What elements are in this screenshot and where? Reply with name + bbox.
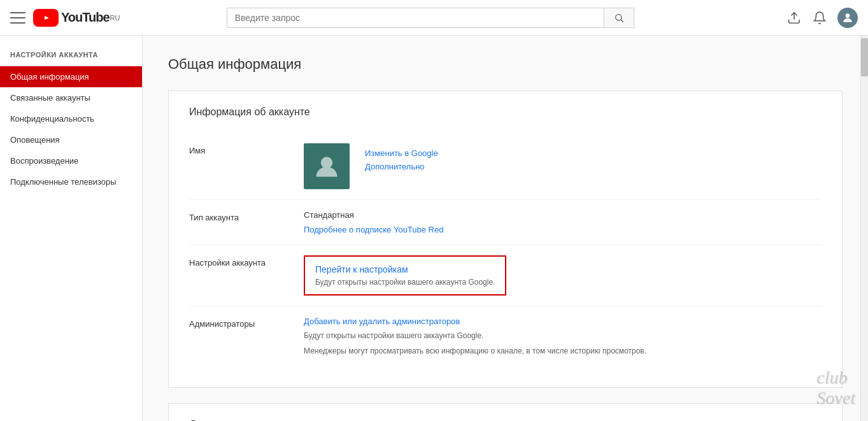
additional-link[interactable]: Дополнительно (365, 162, 438, 171)
header-right (786, 8, 858, 28)
svg-line-3 (621, 20, 623, 22)
account-type-row: Тип аккаунта Стандартная Подробнее о под… (189, 199, 822, 245)
notifications-icon[interactable] (812, 10, 827, 25)
account-settings-row: Настройки аккаунта Перейти к настройкам … (189, 245, 822, 306)
youtube-icon (33, 9, 59, 27)
admins-label: Администраторы (189, 317, 304, 329)
header-left: YouTube RU (10, 9, 150, 27)
youtube-red-link[interactable]: Подробнее о подписке YouTube Red (304, 225, 822, 234)
sidebar-item-privacy[interactable]: Конфиденциальность (0, 108, 142, 129)
sidebar: НАСТРОЙКИ АККАУНТА Общая информация Связ… (0, 36, 143, 421)
avatar-links: Изменить в Google Дополнительно (365, 143, 438, 171)
svg-point-6 (321, 157, 332, 168)
scrollbar-track[interactable] (860, 36, 868, 421)
upload-icon[interactable] (786, 10, 802, 25)
account-info-title: Информация об аккаунте (189, 106, 822, 118)
youtube-text: YouTube (61, 10, 110, 25)
admins-value: Добавить или удалить администраторов Буд… (304, 317, 822, 357)
search-input[interactable] (227, 8, 604, 28)
additional-section: Дополнительные возможности Статус и функ… (168, 403, 843, 421)
settings-box: Перейти к настройкам Будут открыты настр… (304, 255, 506, 296)
sidebar-item-linked[interactable]: Связанные аккаунты (0, 87, 142, 108)
account-settings-label: Настройки аккаунта (189, 255, 304, 268)
edit-in-google-link[interactable]: Изменить в Google (365, 148, 438, 158)
admins-row: Администраторы Добавить или удалить адми… (189, 306, 822, 367)
search-bar (227, 8, 634, 28)
name-label: Имя (189, 143, 304, 155)
scrollbar-thumb[interactable] (861, 38, 868, 76)
sidebar-item-tvs[interactable]: Подключенные телевизоры (0, 171, 142, 192)
account-type-text: Стандартная (304, 210, 822, 220)
account-type-block: Стандартная Подробнее о подписке YouTube… (304, 210, 822, 234)
search-button[interactable] (604, 8, 634, 28)
page-container: НАСТРОЙКИ АККАУНТА Общая информация Связ… (0, 36, 868, 421)
account-info-section: Информация об аккаунте Имя Изменить в Go (168, 90, 843, 388)
admins-desc1: Будут открыты настройки вашего аккаунта … (304, 330, 822, 341)
add-remove-admins-link[interactable]: Добавить или удалить администраторов (304, 317, 822, 326)
account-type-value: Стандартная Подробнее о подписке YouTube… (304, 210, 822, 234)
admins-desc2: Менеджеры могут просматривать всю информ… (304, 345, 822, 357)
avatar-block: Изменить в Google Дополнительно (304, 143, 822, 189)
account-avatar (304, 143, 350, 189)
svg-point-5 (846, 13, 850, 18)
sidebar-section-title: НАСТРОЙКИ АККАУНТА (0, 46, 142, 66)
svg-point-2 (615, 14, 621, 20)
sidebar-item-general[interactable]: Общая информация (0, 66, 142, 87)
header: YouTube RU (0, 0, 868, 36)
account-type-label: Тип аккаунта (189, 210, 304, 222)
sidebar-item-playback[interactable]: Воспроизведение (0, 150, 142, 171)
main-content: Общая информация Информация об аккаунте … (143, 36, 868, 421)
name-value: Изменить в Google Дополнительно (304, 143, 822, 189)
go-to-settings-link[interactable]: Перейти к настройкам (315, 264, 495, 275)
account-settings-value: Перейти к настройкам Будут открыты настр… (304, 255, 822, 296)
hamburger-menu-icon[interactable] (10, 12, 25, 24)
name-row: Имя Изменить в Google Дополнительно (189, 133, 822, 199)
settings-desc: Будут открыты настройки вашего аккаунта … (315, 278, 495, 287)
sidebar-item-notifications[interactable]: Оповещения (0, 129, 142, 150)
youtube-region: RU (110, 14, 120, 22)
youtube-logo[interactable]: YouTube RU (33, 9, 120, 27)
user-avatar[interactable] (837, 8, 858, 28)
page-title: Общая информация (168, 56, 843, 73)
admin-section: Добавить или удалить администраторов Буд… (304, 317, 822, 357)
